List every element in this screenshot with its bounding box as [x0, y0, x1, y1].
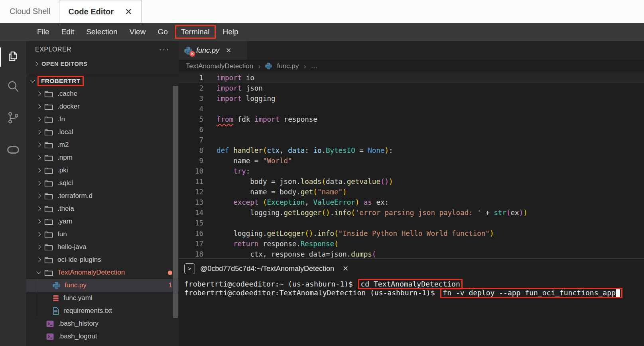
open-editors-section[interactable]: OPEN EDITORS [26, 58, 179, 70]
terminal-content[interactable]: frobertrti@codeeditor:~ (us-ashburn-1)$ … [184, 279, 644, 297]
code-text: import json [217, 83, 263, 93]
folder-icon [44, 154, 53, 161]
code-line[interactable]: 1import io [179, 73, 644, 83]
code-text: name = "World" [217, 156, 292, 166]
tree-item-oci-ide-plugins[interactable]: oci-ide-plugins [26, 253, 179, 266]
code-line[interactable]: 2import json [179, 83, 644, 93]
code-line[interactable]: 3import logging [179, 93, 644, 104]
menu-item-terminal[interactable]: Terminal [175, 25, 216, 39]
line-number: 16 [179, 228, 217, 239]
tree-item-textanomalydetection[interactable]: TextAnomalyDetection [26, 266, 179, 279]
tree-item-.theia[interactable]: .theia [26, 202, 179, 215]
code-line[interactable]: 13 except (Exception, ValueError) as ex: [179, 197, 644, 208]
search-icon[interactable] [0, 76, 26, 97]
chevron-right-icon [36, 117, 41, 121]
oci-plugin-icon[interactable] [0, 139, 26, 160]
tree-item-.cache[interactable]: .cache [26, 87, 179, 100]
close-icon[interactable]: ✕ [125, 7, 132, 17]
code-line[interactable]: 10 try: [179, 166, 644, 176]
code-editor[interactable]: 1import io2import json3import logging45f… [179, 73, 644, 259]
code-line[interactable]: 7 [179, 135, 644, 145]
code-text: body = json.loads(data.getvalue()) [217, 176, 393, 187]
tree-item-label: .pki [57, 166, 68, 174]
close-icon[interactable]: ✕ [343, 264, 349, 273]
chevron-right-icon [36, 194, 41, 198]
code-line[interactable]: 5from fdk import response [179, 114, 644, 125]
code-line[interactable]: 17 return response.Response( [179, 239, 644, 249]
tree-item-.local[interactable]: .local [26, 126, 179, 138]
terminal-prompt: frobertrti@codeeditor:TextAnomalyDetecti… [184, 289, 439, 297]
tree-item-label: TextAnomalyDetection [57, 269, 125, 277]
menu-item-selection[interactable]: Selection [80, 28, 123, 36]
tree-item-fun[interactable]: fun [26, 228, 179, 241]
chevron-right-icon [36, 206, 41, 211]
code-line[interactable]: 11 body = json.loads(data.getvalue()) [179, 176, 644, 187]
breadcrumb-symbol[interactable]: … [311, 62, 318, 70]
code-line[interactable]: 16 logging.getLogger().info("Inside Pyth… [179, 228, 644, 239]
code-line[interactable]: 6 [179, 125, 644, 135]
code-line[interactable]: 8def handler(ctx, data: io.BytesIO = Non… [179, 145, 644, 156]
code-line[interactable]: 4 [179, 104, 644, 114]
tree-item-.npm[interactable]: .npm [26, 151, 179, 164]
source-control-icon[interactable] [0, 107, 26, 128]
code-line[interactable]: 9 name = "World" [179, 156, 644, 166]
code-line[interactable]: 14 logging.getLogger().info('error parsi… [179, 208, 644, 218]
tree-item-func.py[interactable]: func.py1 [26, 279, 179, 292]
tree-item-.bash-logout[interactable]: .bash_logout [26, 330, 179, 343]
code-text: name = body.get("name") [217, 187, 347, 197]
folder-icon [44, 116, 53, 123]
line-number: 11 [179, 176, 217, 187]
folder-icon [44, 231, 53, 238]
code-line[interactable]: 12 name = body.get("name") [179, 187, 644, 197]
tree-item-label: .yarn [57, 217, 73, 225]
tab-code-editor[interactable]: Code Editor ✕ [59, 0, 142, 23]
tree-item-.fn[interactable]: .fn [26, 113, 179, 126]
tree-item-.m2[interactable]: .m2 [26, 138, 179, 151]
tree-item-label: .fn [57, 115, 65, 123]
line-number: 5 [179, 114, 217, 125]
chevron-right-icon [36, 155, 41, 160]
breadcrumb-folder[interactable]: TextAnomalyDetection [186, 62, 253, 70]
tree-item-.pki[interactable]: .pki [26, 164, 179, 177]
tree-item-.yarn[interactable]: .yarn [26, 215, 179, 228]
code-text: ctx, response_data=json.dumps( [217, 249, 376, 259]
close-icon[interactable]: ✕ [226, 46, 231, 55]
tree-item-label: .bash_history [58, 320, 98, 328]
line-number: 2 [179, 83, 217, 93]
tree-item-func.yaml[interactable]: func.yaml [26, 292, 179, 304]
line-number: 8 [179, 145, 217, 156]
breadcrumb-file[interactable]: func.py [277, 62, 299, 70]
tab-cloud-shell[interactable]: Cloud Shell [10, 0, 50, 23]
menu-item-view[interactable]: View [124, 28, 152, 36]
python-icon [265, 62, 272, 70]
chevron-right-icon [36, 142, 41, 147]
tree-item-.docker[interactable]: .docker [26, 100, 179, 113]
terminal-tab-title[interactable]: @0cbd77d5c7d4:~/TextAnomalyDetection [200, 265, 334, 273]
tree-item-.bash-history[interactable]: .bash_history [26, 317, 179, 330]
code-line[interactable]: 18 ctx, response_data=json.dumps( [179, 249, 644, 259]
code-line[interactable]: 15 [179, 218, 644, 228]
editor-tab-funcpy[interactable]: ✕ func.py ✕ [179, 41, 247, 60]
folder-icon [44, 218, 53, 225]
tree-item-.sqlcl[interactable]: .sqlcl [26, 177, 179, 190]
browser-tab-strip: Cloud Shell Code Editor ✕ [0, 0, 644, 23]
menu-item-file[interactable]: File [31, 28, 55, 36]
explorer-icon[interactable] [0, 47, 26, 67]
chevron-right-icon [36, 104, 41, 109]
problem-count-badge: 1 [169, 281, 172, 289]
tree-item-requirements.txt[interactable]: requirements.txt [26, 304, 179, 317]
workspace-root-label: FROBERTRT [37, 76, 84, 86]
tree-item-label: func.yaml [63, 294, 93, 302]
sidebar-scrollbar[interactable] [173, 86, 178, 318]
menu-item-help[interactable]: Help [217, 28, 244, 36]
tree-item-.terraform.d[interactable]: .terraform.d [26, 190, 179, 202]
folder-icon [44, 256, 53, 263]
folder-icon [44, 141, 53, 148]
code-text: return response.Response( [217, 239, 339, 249]
menu-item-edit[interactable]: Edit [55, 28, 81, 36]
tree-item-hello-java[interactable]: hello-java [26, 241, 179, 253]
workspace-root[interactable]: FROBERTRT [26, 74, 179, 87]
menu-item-go[interactable]: Go [152, 28, 173, 36]
explorer-actions-icon[interactable]: ··· [159, 47, 170, 51]
code-text: except (Exception, ValueError) as ex: [217, 197, 389, 208]
